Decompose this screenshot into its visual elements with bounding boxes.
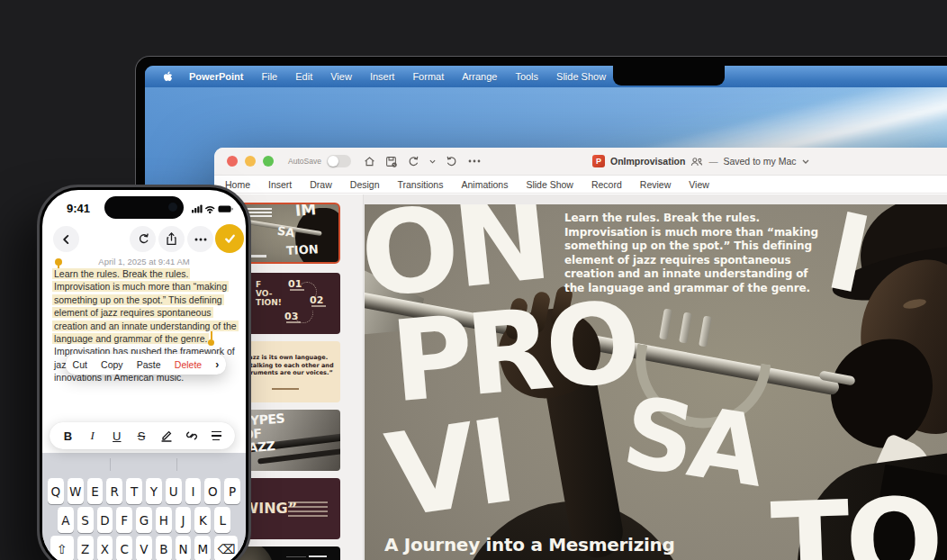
highlighter-icon <box>160 429 173 442</box>
undo-button[interactable] <box>130 226 156 252</box>
autosave-toggle[interactable] <box>327 155 351 167</box>
ribbon-tab[interactable]: Animations <box>452 179 517 190</box>
bold-button[interactable]: B <box>62 429 74 443</box>
keyboard-key[interactable]: M <box>194 536 211 560</box>
apple-menu-icon[interactable] <box>156 71 180 83</box>
ribbon-tab-bar: HomeInsertDrawDesignTransitionsAnimation… <box>214 176 947 194</box>
done-button[interactable] <box>215 224 244 253</box>
chevron-left-icon <box>61 234 71 245</box>
menu-bar-item[interactable]: File <box>253 71 287 82</box>
keyboard-key[interactable]: Q <box>48 478 64 504</box>
thumb6-label-row <box>286 555 327 557</box>
keyboard-key[interactable]: F <box>116 507 132 533</box>
keyboard-key[interactable]: X <box>97 536 113 560</box>
menu-expand-chevron[interactable]: › <box>215 358 219 371</box>
menu-bar-item[interactable]: Format <box>403 71 453 82</box>
keyboard-key[interactable]: L <box>214 507 230 533</box>
ribbon-tab[interactable]: View <box>680 179 718 190</box>
menu-bar-item[interactable]: Tools <box>506 71 547 82</box>
minimize-button[interactable] <box>245 156 256 167</box>
keyboard-key[interactable]: R <box>106 478 122 504</box>
ribbon-tab[interactable]: Design <box>341 179 389 190</box>
backspace-key[interactable]: ⌫ <box>214 536 238 560</box>
keyboard-key[interactable]: O <box>204 478 221 504</box>
link-button[interactable] <box>185 429 198 442</box>
menu-bar-item[interactable]: PowerPoint <box>180 71 253 82</box>
copy-menu-item[interactable]: Copy <box>101 359 123 370</box>
keyboard-key[interactable]: H <box>156 507 172 533</box>
ribbon-tab[interactable]: Record <box>582 179 631 190</box>
paste-menu-item[interactable]: Paste <box>137 359 161 370</box>
keyboard-row-1: QWERTYUIOP <box>42 478 246 504</box>
keyboard-key[interactable]: I <box>185 478 202 504</box>
italic-button[interactable]: I <box>86 429 98 443</box>
highlighter-button[interactable] <box>160 429 173 442</box>
suggestion-bar[interactable] <box>42 457 246 472</box>
undo-icon <box>137 233 149 245</box>
slide-letter-pro: PRO <box>388 298 637 406</box>
keyboard-key[interactable]: S <box>77 507 94 533</box>
share-people-icon[interactable] <box>690 157 703 167</box>
cut-menu-item[interactable]: Cut <box>73 359 87 370</box>
more-button[interactable] <box>187 226 213 252</box>
keyboard-key[interactable]: N <box>176 536 192 560</box>
keyboard-key[interactable]: T <box>126 478 142 504</box>
back-button[interactable] <box>53 226 79 252</box>
keyboard-key[interactable]: D <box>97 507 113 533</box>
keyboard-key[interactable]: Z <box>77 536 94 560</box>
keyboard-key[interactable]: K <box>194 507 211 533</box>
thumb5-text-bars <box>288 501 328 519</box>
text-context-menu: Cut Copy Paste Delete › <box>66 354 226 375</box>
menu-bar-item[interactable]: Arrange <box>453 71 506 82</box>
keyboard-key[interactable]: V <box>136 536 152 560</box>
keyboard-key[interactable]: E <box>87 478 104 504</box>
keyboard-key[interactable]: P <box>224 478 240 504</box>
document-title: OnImprovisation <box>610 156 685 167</box>
menu-bar-item[interactable]: Insert <box>361 71 404 82</box>
saved-status: Saved to my Mac <box>723 156 796 167</box>
undo-chevron-icon[interactable] <box>429 159 436 164</box>
keyboard-key[interactable]: G <box>136 507 152 533</box>
ribbon-tab[interactable]: Draw <box>301 179 341 190</box>
keyboard-key[interactable]: W <box>68 478 84 504</box>
ribbon-tab[interactable]: Slide Show <box>517 179 582 190</box>
titlebar-dash: — <box>708 157 717 167</box>
redo-icon[interactable] <box>446 156 458 167</box>
delete-menu-item[interactable]: Delete <box>175 359 202 370</box>
thumb2-title: FVO-TION! <box>256 280 282 307</box>
menu-bar-item[interactable]: View <box>321 71 361 82</box>
iphone: 9:41 <box>37 185 251 560</box>
chevron-down-icon[interactable] <box>802 159 809 164</box>
shift-key[interactable]: ⇧ <box>50 536 74 560</box>
menu-bar-item[interactable]: Edit <box>286 71 321 82</box>
zoom-button[interactable] <box>263 156 274 167</box>
more-options-icon[interactable] <box>468 159 481 163</box>
save-icon[interactable] <box>385 156 397 167</box>
keyboard-row-3: ⇧ ZXCVBNM ⌫ <box>42 536 246 560</box>
share-button[interactable] <box>158 226 185 252</box>
undo-icon[interactable] <box>407 156 419 167</box>
keyboard-key[interactable]: J <box>176 507 192 533</box>
strikethrough-button[interactable]: S <box>135 429 147 443</box>
thumb1-letters: SA <box>276 227 295 239</box>
ribbon-tab[interactable]: Review <box>631 179 680 190</box>
keyboard-key[interactable]: B <box>156 536 172 560</box>
mac-notch <box>613 66 725 86</box>
underline-button[interactable]: U <box>111 429 122 443</box>
keyboard-key[interactable]: U <box>166 478 182 504</box>
close-button[interactable] <box>227 156 238 167</box>
thumb2-arc <box>297 282 317 302</box>
slide-body-text: Learn the rules. Break the rules.Improvi… <box>564 212 818 296</box>
slide-letter-vi: VI <box>383 416 517 522</box>
menu-bar-item[interactable]: Slide Show <box>547 71 615 82</box>
toggle-knob <box>328 156 338 167</box>
home-icon[interactable] <box>364 156 375 167</box>
slide-canvas[interactable]: ON I PRO VI SA TO Learn the rules. Break… <box>365 204 947 560</box>
keyboard-key[interactable]: A <box>58 507 74 533</box>
note-timestamp: April 1, 2025 at 9:41 AM <box>42 257 246 266</box>
keyboard-key[interactable]: C <box>116 536 132 560</box>
list-button[interactable] <box>211 429 222 442</box>
ribbon-tab[interactable]: Transitions <box>388 179 452 190</box>
keyboard-key[interactable]: Y <box>146 478 162 504</box>
ribbon-tab[interactable]: Insert <box>259 179 301 190</box>
